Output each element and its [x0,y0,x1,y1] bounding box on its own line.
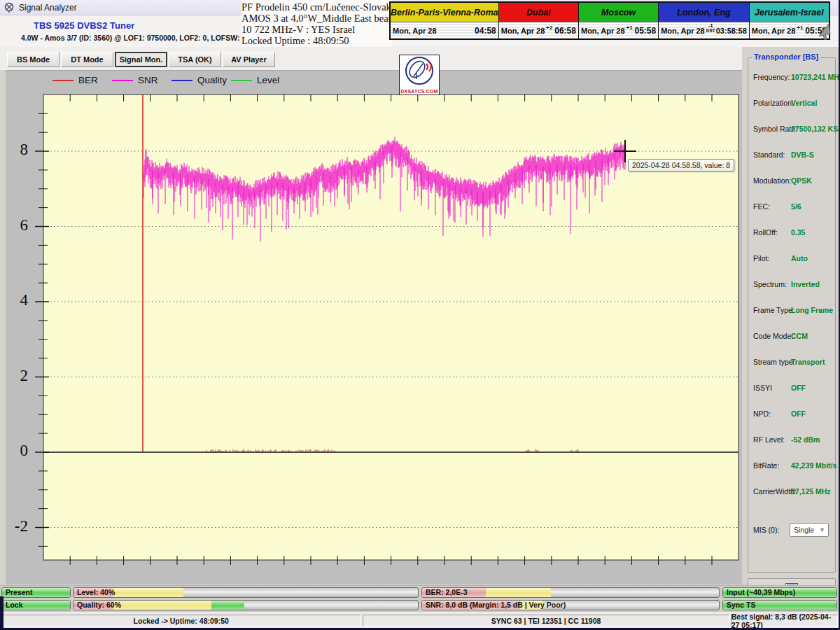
mouse-cursor-icon [816,22,833,41]
clock-utc-offset: -1DST [706,23,715,33]
transponder-label: ISSYI [753,384,772,392]
legend-label: Level [257,75,279,85]
transponder-label: BitRate: [753,461,779,470]
transponder-value: OFF [791,410,806,418]
dxsatcs-logo: DXSATCS.COM [399,55,440,95]
gauge-label: Level: 40% [77,588,115,597]
clock-city-label: London, Eng [659,3,749,22]
site-info-line: Locked Uptime : 48:09:50 [241,35,392,46]
clock-column: Berlin-Paris-Vienna-RomaMon, Apr 2804:58 [391,3,499,38]
transponder-label: Pilot: [753,254,769,262]
transponder-title: Transponder [BS] [752,52,820,61]
window-title: Signal Analyzer [19,3,77,13]
y-axis-label: 4 [1,291,28,309]
clock-time: 03:58:58 [716,27,747,35]
gauge-label: BER: 2,0E-3 [426,588,468,597]
gauge-zone: PresentLevel: 40%BER: 2,0E-3Input (~40,3… [0,585,839,612]
offset-value: +1 [626,24,633,31]
transponder-value: Inverted [791,280,820,288]
transponder-label: Spectrum: [753,280,787,288]
transponder-label: Frame Type: [753,306,794,314]
chart-tooltip: 2025-04-28 04.58.58, value: 8 [628,159,734,172]
gauge-lock: Lock [1,600,71,610]
transponder-value: Vertical [791,99,817,107]
transponder-value: 37,125 MHz [791,487,831,496]
gauge-quality: Quality: 60% [73,600,419,610]
app-window: Signal Analyzer ✕ TBS 5925 DVBS2 Tuner 4… [0,0,839,628]
transponder-value: 42,239 Mbit/s [791,461,836,470]
clock-time-row: Mon, Apr 28-1DST03:58:58 [659,22,749,38]
transponder-value: QPSK [791,176,812,185]
clock-time-row: Mon, Apr 28+206:58 [499,22,578,38]
clock-column: London, EngMon, Apr 28-1DST03:58:58 [659,3,750,38]
gauge-present: Present [1,587,71,598]
site-info-line: PF Prodelin 450 cm/Lučenec-Slovakia [241,1,392,13]
transponder-value: DVB-S [791,150,814,159]
gauge-sync-ts: Sync TS [722,600,837,610]
offset-value: +1 [797,24,803,31]
statusbar-section: SYNC 63 | TEI 12351 | CC 11908 [363,615,729,626]
tuner-details: 4.0W - Amos 3/7 (ID: 3560) @ LOF1: 97500… [21,34,246,42]
y-axis-label: 6 [1,216,28,234]
clock-city-label: Berlin-Paris-Vienna-Roma [391,3,498,22]
tab-signal-mon-[interactable]: Signal Mon. [115,52,167,67]
y-axis-label: 0 [1,442,28,460]
transponder-value: 5/6 [791,202,802,211]
clock-time-row: Mon, Apr 2804:58 [391,22,498,38]
transponder-label: RF Level: [753,435,785,444]
gauge-label: Input (~40,39 Mbps) [727,588,795,597]
clock-city-label: Jerusalem-Israel [750,3,829,22]
clock-utc-offset: +1 [797,25,803,30]
legend-label: SNR [138,75,158,85]
clock-date: Mon, Apr 28 [661,27,705,35]
clock-city-label: Dubai [499,3,578,22]
tab-row: BS ModeDT ModeSignal Mon.TSA (OK)AV Play… [0,47,742,70]
gauge-label: Lock [6,601,23,610]
dst-flag: DST [706,28,715,33]
app-satellite-icon [4,2,15,13]
gauge-segment-yellow [113,601,211,610]
gauge-segment-green [211,601,244,610]
tab-tsa-ok-[interactable]: TSA (OK) [169,52,221,67]
gauge-level: Level: 40% [73,587,419,598]
transponder-label: Code Mode: [753,332,793,340]
transponder-label: CarrierWidth: [753,487,797,496]
transponder-value: -52 dBm [791,435,820,444]
logo-text: DXSATCS.COM [400,89,439,94]
transponder-value: OFF [791,384,806,392]
tuner-name: TBS 5925 DVBS2 Tuner [34,20,134,31]
mis-dropdown[interactable]: Single ▼ [790,523,829,537]
gauge-ber: BER: 2,0E-3 [421,587,720,598]
gauge-segment-yellow [113,588,184,597]
gauge-label: SNR: 8,0 dB (Margin: 1,5 dB | Very Poor) [426,601,566,610]
statusbar-section: Best signal: 8,3 dB (2025-04-27 05:17) [731,615,838,626]
world-clock-panel: Berlin-Paris-Vienna-RomaMon, Apr 2804:58… [389,1,830,40]
legend-item-level: Level [231,75,279,85]
legend-label: Quality [197,75,227,85]
clock-column: MoscowMon, Apr 28+105:58 [579,3,659,38]
legend-color-line [112,80,133,81]
transponder-value: 10723,241 MHz [791,73,840,81]
transponder-value: Auto [791,254,808,262]
tab-dt-mode[interactable]: DT Mode [61,52,113,67]
clock-city-label: Moscow [579,3,658,22]
gauge-input-40-39-mbps-: Input (~40,39 Mbps) [722,587,837,598]
desktop-edge-left [0,596,4,630]
clock-column: DubaiMon, Apr 28+206:58 [499,3,579,38]
transponder-value: Long Frame [791,306,833,314]
transponder-label: Stream type: [753,358,795,366]
transponder-label: FEC: [753,202,770,211]
offset-value: +2 [546,24,552,31]
clock-utc-offset: +2 [546,25,552,30]
legend-color-line [52,80,74,81]
status-bar: Locked -> Uptime: 48:09:50SYNC 63 | TEI … [0,612,839,628]
satellite-dish-logo-icon [400,55,439,86]
tab-av-player[interactable]: AV Player [223,52,275,67]
tab-bs-mode[interactable]: BS Mode [7,52,59,67]
transponder-value: 0.35 [791,228,805,237]
site-info-line: AMOS 3 at 4,0°W_Middle East beam [241,13,392,24]
clock-time: 05:58 [634,26,656,36]
gauge-label: Present [6,588,33,597]
mis-selected-value: Single [794,526,814,534]
gauge-segment-yellow [486,588,551,597]
